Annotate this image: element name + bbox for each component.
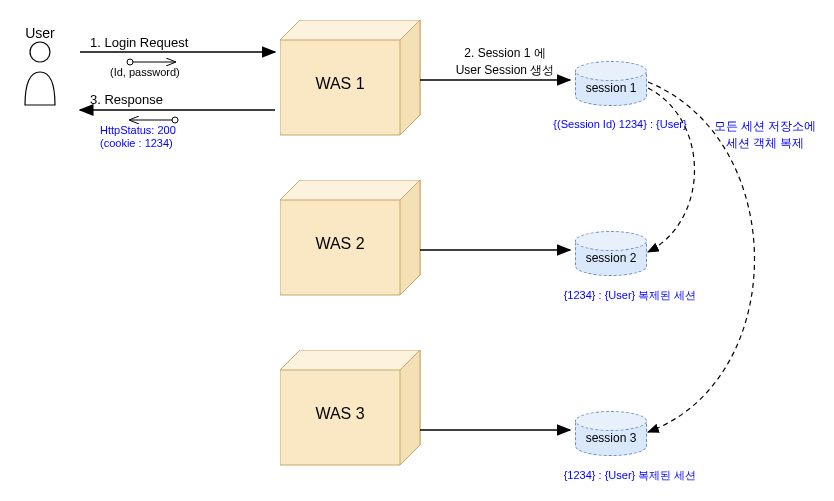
replication-note-line1: 모든 세션 저장소에 [700, 118, 830, 135]
session-3-data: {1234} : {User} 복제된 세션 [540, 468, 720, 483]
session-create-line1: 2. Session 1 에 [440, 45, 570, 62]
svg-marker-9 [400, 350, 420, 465]
session-2-label: session 2 [586, 251, 637, 265]
svg-marker-6 [400, 180, 420, 295]
svg-marker-3 [400, 20, 420, 135]
svg-marker-5 [280, 180, 420, 200]
replication-note-line2: 세션 객체 복제 [700, 135, 830, 152]
response-label: 3. Response [90, 92, 163, 107]
session-create-label: 2. Session 1 에 User Session 생성 [440, 45, 570, 79]
session-1-data: {(Session Id) 1234} : {User} [540, 118, 700, 130]
response-sub2: (cookie : 1234) [100, 137, 173, 149]
was-3-label: WAS 3 [280, 405, 400, 423]
user-label: User [10, 25, 70, 41]
login-request-sub: (Id, password) [110, 66, 180, 78]
session-create-line2: User Session 생성 [440, 62, 570, 79]
user-icon [20, 40, 60, 113]
session-2-cylinder: session 2 [575, 240, 647, 276]
replication-note: 모든 세션 저장소에 세션 객체 복제 [700, 118, 830, 152]
response-sub1: HttpStatus: 200 [100, 124, 176, 136]
session-3-label: session 3 [586, 431, 637, 445]
svg-marker-8 [280, 350, 420, 370]
login-request-label: 1. Login Request [90, 35, 188, 50]
session-1-label: session 1 [586, 81, 637, 95]
was-1-label: WAS 1 [280, 75, 400, 93]
svg-marker-2 [280, 20, 420, 40]
svg-point-0 [30, 42, 50, 62]
session-1-cylinder: session 1 [575, 70, 647, 106]
session-3-cylinder: session 3 [575, 420, 647, 456]
was-2-label: WAS 2 [280, 235, 400, 253]
session-2-data: {1234} : {User} 복제된 세션 [540, 288, 720, 303]
